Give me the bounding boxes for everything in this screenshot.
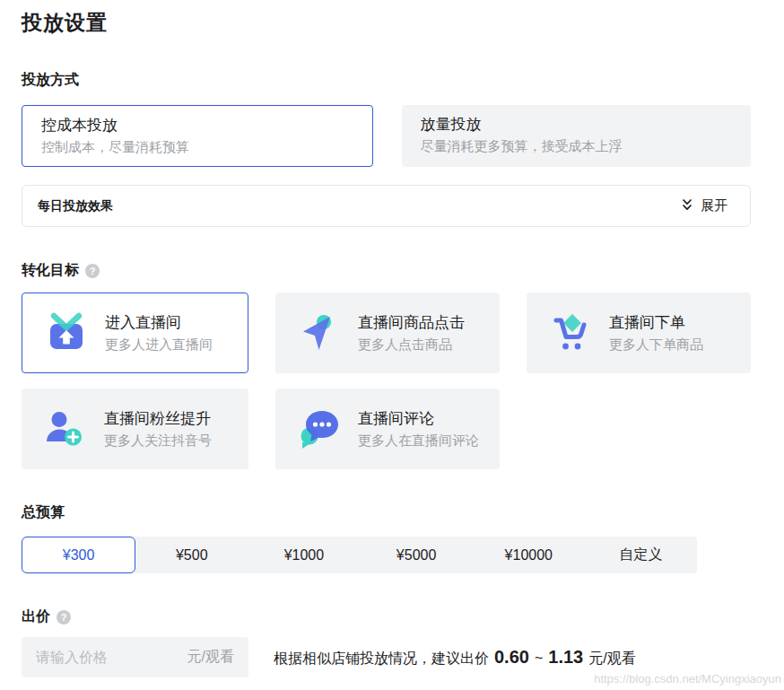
goal-card-product-click[interactable]: 直播间商品点击 更多人点击商品 xyxy=(275,293,500,373)
goal-title: 直播间商品点击 xyxy=(358,312,465,333)
tilde: ~ xyxy=(535,651,543,667)
conversion-goal-options: 进入直播间 更多人进入直播间 直播间商品点击 更多人点击商品 xyxy=(22,293,751,469)
budget-chip-300[interactable]: ¥300 xyxy=(22,537,135,573)
suggested-max-price: 1.13 xyxy=(548,647,583,668)
method-card-max-volume[interactable]: 放量投放 尽量消耗更多预算，接受成本上浮 xyxy=(402,105,752,167)
goal-desc: 更多人点击商品 xyxy=(358,336,465,354)
bid-suggestion: 根据相似店铺投放情况，建议出价 0.60 ~ 1.13 元/观看 xyxy=(274,647,636,668)
goal-card-fans-growth[interactable]: 直播间粉丝提升 更多人关注抖音号 xyxy=(22,389,248,469)
delivery-method-options: 控成本投放 控制成本，尽量消耗预算 放量投放 尽量消耗更多预算，接受成本上浮 xyxy=(22,105,751,167)
goal-desc: 更多人关注抖音号 xyxy=(104,432,212,450)
method-desc: 控制成本，尽量消耗预算 xyxy=(41,139,353,156)
goal-title: 直播间评论 xyxy=(358,408,479,429)
help-icon[interactable]: ? xyxy=(57,610,71,624)
live-room-icon xyxy=(45,312,88,354)
goal-title: 直播间下单 xyxy=(609,312,703,333)
help-icon[interactable]: ? xyxy=(85,264,100,278)
bid-label: 出价 xyxy=(22,607,50,626)
product-click-icon xyxy=(298,312,341,354)
conversion-goal-label: 转化目标 xyxy=(22,261,79,280)
bid-unit-label: 元/观看 xyxy=(187,648,234,667)
expand-button[interactable]: 展开 xyxy=(680,197,727,215)
budget-chip-500[interactable]: ¥500 xyxy=(135,537,248,573)
goal-desc: 更多人在直播间评论 xyxy=(358,432,479,450)
suggestion-prefix: 根据相似店铺投放情况，建议出价 xyxy=(274,650,489,668)
watermark: https://blog.csdn.net/MCyingxiaoyun xyxy=(594,672,781,686)
goal-card-place-order[interactable]: 直播间下单 更多人下单商品 xyxy=(527,293,751,373)
goal-title: 进入直播间 xyxy=(105,312,213,333)
goal-card-enter-live-room[interactable]: 进入直播间 更多人进入直播间 xyxy=(22,293,248,373)
goal-desc: 更多人进入直播间 xyxy=(105,336,213,354)
bid-input-wrap: 元/观看 xyxy=(22,637,248,677)
budget-chip-5000[interactable]: ¥5000 xyxy=(361,537,473,573)
goal-title: 直播间粉丝提升 xyxy=(104,408,212,429)
expand-label: 展开 xyxy=(701,197,727,214)
method-title: 放量投放 xyxy=(421,114,733,135)
method-card-cost-control[interactable]: 控成本投放 控制成本，尽量消耗预算 xyxy=(22,105,373,167)
total-budget-label: 总预算 xyxy=(22,503,751,522)
delivery-settings-page: 投放设置 投放方式 控成本投放 控制成本，尽量消耗预算 放量投放 尽量消耗更多预… xyxy=(0,0,784,690)
conversion-goal-header: 转化目标 ? xyxy=(22,261,751,280)
daily-effect-panel: 每日投放效果 展开 xyxy=(22,185,751,227)
comment-icon xyxy=(298,408,341,450)
budget-chip-10000[interactable]: ¥10000 xyxy=(473,537,585,573)
goal-card-comments[interactable]: 直播间评论 更多人在直播间评论 xyxy=(275,389,500,469)
budget-options: ¥300 ¥500 ¥1000 ¥5000 ¥10000 自定义 xyxy=(22,537,697,573)
method-desc: 尽量消耗更多预算，接受成本上浮 xyxy=(421,138,733,155)
delivery-method-label: 投放方式 xyxy=(22,71,751,90)
cart-icon xyxy=(549,312,592,354)
suggestion-unit: 元/观看 xyxy=(588,650,635,668)
suggested-min-price: 0.60 xyxy=(494,647,529,668)
goal-desc: 更多人下单商品 xyxy=(609,336,703,354)
budget-chip-custom[interactable]: 自定义 xyxy=(585,537,697,573)
double-chevron-down-icon xyxy=(680,197,694,215)
bid-header: 出价 ? xyxy=(22,607,751,626)
bid-price-input[interactable] xyxy=(36,650,187,666)
method-title: 控成本投放 xyxy=(41,115,353,135)
page-title: 投放设置 xyxy=(22,9,751,37)
budget-chip-1000[interactable]: ¥1000 xyxy=(248,537,360,573)
daily-effect-label: 每日投放效果 xyxy=(38,198,113,214)
follower-plus-icon xyxy=(44,408,87,450)
